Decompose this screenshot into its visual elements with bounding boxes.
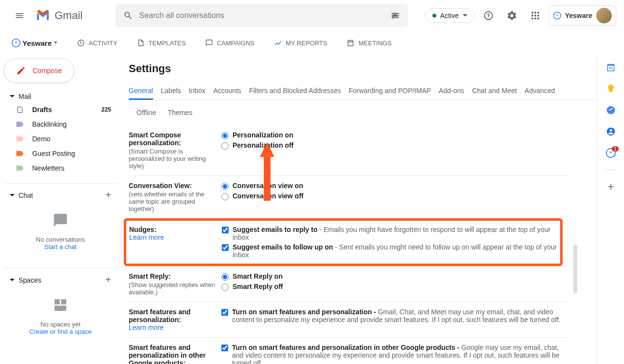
chevron-down-icon: [10, 94, 15, 99]
yesware-addon[interactable]: 1: [606, 148, 616, 158]
tab-filters[interactable]: Filters and Blocked Addresses: [249, 83, 341, 99]
radio-smart-reply-on[interactable]: [221, 273, 229, 281]
status-label: Active: [440, 12, 459, 19]
mail-section-header[interactable]: Mail: [4, 91, 117, 102]
svg-text:31: 31: [608, 66, 612, 70]
label-guest-posting[interactable]: Guest Posting: [4, 146, 117, 161]
help-button[interactable]: [479, 6, 498, 25]
svg-rect-22: [55, 306, 66, 311]
start-chat-link[interactable]: Start a chat: [14, 243, 107, 250]
sidebar: Compose Mail Drafts 225 Backlinking Demo: [0, 55, 121, 364]
yesware-icon: [12, 38, 20, 47]
tab-addons[interactable]: Add-ons: [439, 83, 464, 99]
search-bar[interactable]: [116, 4, 408, 27]
nav-activity[interactable]: ACTIVITY: [77, 39, 117, 47]
svg-point-12: [531, 15, 533, 17]
activity-icon: [77, 39, 85, 47]
chat-empty-state: No conversations Start a chat: [4, 203, 117, 260]
radio-personalization-on[interactable]: [221, 132, 229, 139]
svg-point-14: [537, 15, 539, 17]
setting-smart-features: Smart features and personalization: Lear…: [129, 302, 567, 337]
tab-inbox[interactable]: Inbox: [189, 83, 205, 99]
setting-conversation-view: Conversation View: (sets whether emails …: [129, 175, 567, 218]
yesware-account-pill[interactable]: Yesware: [549, 5, 616, 26]
status-pill[interactable]: Active: [425, 8, 475, 23]
yesware-brand-dropdown[interactable]: Yesware: [12, 38, 58, 47]
label-newletters[interactable]: Newletters: [4, 161, 117, 175]
nav-reports[interactable]: MY REPORTS: [274, 39, 327, 47]
add-space-button[interactable]: +: [105, 274, 111, 286]
reports-icon: [274, 39, 282, 47]
svg-point-16: [534, 18, 536, 19]
tab-offline[interactable]: Offline: [136, 105, 156, 120]
calendar-addon[interactable]: 31: [606, 62, 616, 72]
spaces-empty-state: No spaces yet Create or find a space: [4, 287, 117, 345]
radio-smart-reply-off[interactable]: [221, 284, 229, 291]
chat-section-header[interactable]: Chat +: [4, 188, 117, 203]
campaigns-icon: [205, 39, 213, 47]
nudges-learn-more[interactable]: Learn more: [129, 233, 217, 241]
svg-rect-1: [396, 13, 399, 14]
tag-icon: [16, 150, 24, 157]
checkbox-smart-features-other[interactable]: [221, 345, 228, 351]
tasks-addon[interactable]: [606, 105, 616, 115]
pencil-icon: [16, 66, 26, 76]
nav-campaigns[interactable]: CAMPAIGNS: [205, 39, 254, 47]
get-addons-button[interactable]: [606, 182, 616, 192]
smart-features-learn-more[interactable]: Learn more: [129, 324, 216, 331]
tab-accounts[interactable]: Accounts: [213, 83, 241, 99]
tab-themes[interactable]: Themes: [168, 105, 193, 120]
tab-forwarding[interactable]: Forwarding and POP/IMAP: [349, 83, 431, 99]
radio-conversation-off[interactable]: [221, 193, 229, 200]
tab-chat-meet[interactable]: Chat and Meet: [472, 83, 517, 99]
checkbox-smart-features[interactable]: [221, 309, 228, 316]
keep-addon[interactable]: [606, 84, 616, 94]
tab-advanced[interactable]: Advanced: [525, 83, 555, 99]
spaces-section-header[interactable]: Spaces +: [4, 272, 117, 287]
label-demo[interactable]: Demo: [4, 132, 117, 146]
checkbox-suggest-followup[interactable]: [222, 244, 229, 251]
tag-icon: [16, 121, 24, 128]
settings-button[interactable]: [502, 6, 522, 25]
radio-conversation-on[interactable]: [221, 183, 229, 190]
svg-point-17: [537, 18, 539, 19]
chevron-down-icon: [10, 193, 15, 198]
yesware-pill-text: Yesware: [565, 12, 592, 19]
gmail-logo[interactable]: Gmail: [35, 8, 82, 23]
tab-labels[interactable]: Labels: [161, 83, 181, 99]
add-chat-button[interactable]: +: [105, 190, 111, 201]
nav-meetings[interactable]: MEETINGS: [347, 39, 391, 47]
svg-point-6: [394, 13, 396, 14]
svg-point-10: [534, 12, 536, 14]
settings-tabs: General Labels Inbox Accounts Filters an…: [129, 83, 597, 100]
setting-smart-compose: Smart Compose personalization: (Smart Co…: [129, 125, 567, 175]
compose-button[interactable]: Compose: [4, 58, 74, 83]
checkbox-suggest-reply[interactable]: [222, 227, 229, 233]
radio-personalization-off[interactable]: [221, 142, 229, 150]
search-icon: [123, 11, 133, 20]
keep-icon: [606, 84, 616, 94]
tab-general[interactable]: General: [129, 83, 153, 100]
setting-nudges: Nudges: Learn more Suggest emails to rep…: [124, 218, 563, 266]
svg-point-8: [393, 17, 394, 19]
contacts-addon[interactable]: [606, 127, 616, 136]
user-avatar[interactable]: [596, 8, 612, 23]
nav-templates[interactable]: TEMPLATES: [137, 39, 186, 47]
apps-button[interactable]: [526, 6, 545, 25]
svg-point-11: [537, 12, 539, 14]
main-menu-button[interactable]: [8, 4, 31, 27]
search-input[interactable]: [139, 11, 385, 20]
settings-tabs-row2: Offline Themes: [129, 100, 597, 125]
chevron-down-icon: [54, 41, 58, 45]
search-options-icon[interactable]: [390, 11, 400, 20]
setting-smart-features-other: Smart features and personalization in ot…: [129, 337, 567, 364]
label-drafts[interactable]: Drafts 225: [4, 102, 117, 117]
svg-rect-20: [55, 299, 60, 305]
svg-rect-21: [61, 299, 66, 305]
contacts-icon: [606, 127, 616, 136]
create-space-link[interactable]: Create or find a space: [14, 328, 107, 335]
label-backlinking[interactable]: Backlinking: [4, 117, 117, 132]
gmail-header: Gmail Active Yesware: [0, 0, 624, 31]
scrollbar[interactable]: [573, 245, 577, 293]
file-icon: [16, 106, 24, 113]
